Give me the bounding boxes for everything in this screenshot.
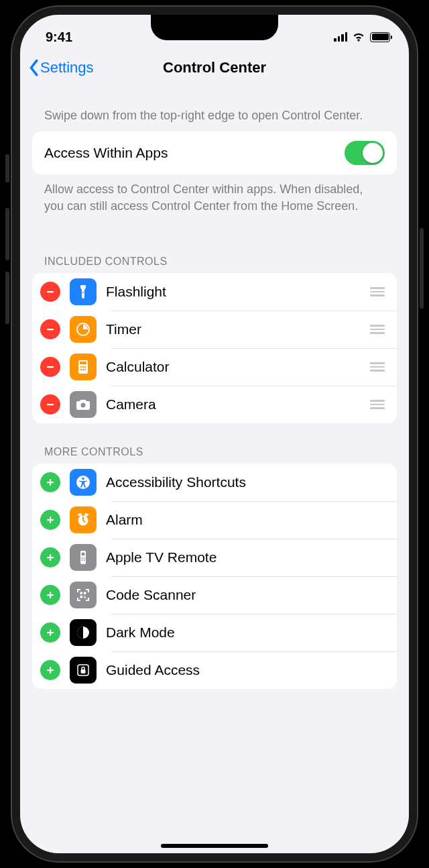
control-row: Alarm [32,501,397,539]
svg-point-28 [84,557,85,559]
control-label: Guided Access [106,662,387,678]
drag-handle-icon[interactable] [370,400,387,409]
control-row: Guided Access [32,651,397,689]
svg-rect-3 [47,366,54,368]
more-controls-list: Accessibility ShortcutsAlarmApple TV Rem… [32,464,397,689]
add-button[interactable] [40,472,60,492]
svg-rect-38 [84,597,85,598]
svg-rect-24 [47,557,54,558]
nav-bar: Settings Control Center [20,51,409,86]
drag-handle-icon[interactable] [370,287,387,296]
remove-button[interactable] [40,282,60,302]
add-button[interactable] [40,585,60,605]
lock-icon [70,657,97,684]
control-row: Accessibility Shortcuts [32,464,397,501]
access-toggle[interactable] [345,141,385,165]
drag-handle-icon[interactable] [370,325,387,334]
included-controls-list: FlashlightTimerCalculatorCamera [32,273,397,423]
svg-point-7 [82,366,84,368]
control-label: Dark Mode [106,625,387,641]
svg-rect-19 [47,519,54,521]
more-header: MORE CONTROLS [32,423,397,464]
control-label: Flashlight [106,284,361,300]
cellular-icon [334,32,347,42]
svg-point-29 [81,559,82,561]
drag-handle-icon[interactable] [370,362,387,372]
svg-point-10 [82,369,84,370]
notch [151,15,278,40]
svg-rect-32 [47,594,54,596]
svg-rect-43 [47,669,54,671]
svg-point-22 [84,513,87,516]
alarm-icon [70,506,97,533]
svg-point-11 [84,369,86,370]
home-indicator[interactable] [161,844,268,848]
control-row: Timer [32,311,397,348]
svg-point-21 [79,513,82,516]
wifi-icon [352,32,365,42]
control-label: Calculator [106,359,361,375]
svg-rect-34 [84,592,86,594]
add-button[interactable] [40,547,60,567]
svg-point-13 [81,402,86,407]
control-row: Flashlight [32,273,397,311]
control-row: Calculator [32,348,397,386]
svg-point-26 [82,552,85,555]
back-label: Settings [40,59,94,76]
svg-rect-12 [47,404,54,405]
remove-button[interactable] [40,357,60,377]
svg-point-6 [80,366,82,368]
svg-rect-37 [85,597,86,598]
camera-icon [70,391,97,418]
svg-point-17 [82,478,84,480]
add-button[interactable] [40,622,60,643]
remove-button[interactable] [40,319,60,339]
access-within-apps-row[interactable]: Access Within Apps [32,131,397,174]
access-footer: Allow access to Control Center within ap… [32,174,397,222]
calculator-icon [70,354,97,380]
add-button[interactable] [40,510,60,530]
svg-point-30 [84,559,85,561]
svg-rect-15 [47,482,54,483]
svg-rect-5 [80,362,86,364]
control-label: Apple TV Remote [106,549,387,565]
battery-icon [370,32,390,42]
svg-rect-40 [47,632,54,633]
darkmode-icon [70,619,97,646]
svg-rect-45 [81,669,86,673]
control-row: Code Scanner [32,576,397,614]
included-header: INCLUDED CONTROLS [32,222,397,273]
svg-rect-0 [47,291,54,292]
svg-rect-33 [80,592,83,594]
control-label: Code Scanner [106,587,387,603]
qr-icon [70,582,97,608]
control-row: Apple TV Remote [32,539,397,576]
control-row: Dark Mode [32,614,397,651]
add-button[interactable] [40,660,60,680]
intro-text: Swipe down from the top-right edge to op… [32,86,397,131]
flashlight-icon [70,278,97,305]
control-row: Camera [32,386,397,423]
control-label: Alarm [106,512,387,528]
svg-point-8 [84,366,86,368]
phone-frame: 9:41 Settings Control Center Swipe down … [12,7,417,861]
svg-rect-1 [47,329,54,330]
back-button[interactable]: Settings [28,59,94,76]
accessibility-icon [70,469,97,496]
access-card: Access Within Apps [32,131,397,174]
svg-point-27 [81,557,82,559]
control-label: Accessibility Shortcuts [106,474,387,490]
chevron-left-icon [28,59,39,76]
status-time: 9:41 [46,30,72,45]
svg-point-9 [80,369,82,370]
remote-icon [70,544,97,571]
svg-rect-35 [80,596,83,598]
control-label: Camera [106,396,361,413]
svg-rect-36 [84,596,85,597]
remove-button[interactable] [40,394,60,415]
control-label: Timer [106,321,361,337]
timer-icon [70,316,97,343]
toggle-label: Access Within Apps [44,145,168,161]
